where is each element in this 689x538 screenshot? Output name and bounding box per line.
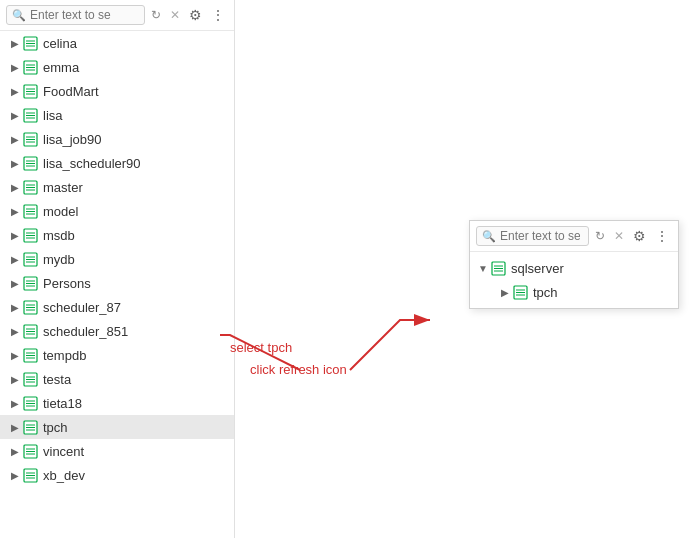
right-search-input[interactable] bbox=[500, 229, 580, 243]
left-item-db-icon bbox=[22, 35, 38, 51]
left-item-label: lisa_scheduler90 bbox=[43, 156, 141, 171]
left-item-chevron: ▶ bbox=[8, 110, 22, 121]
left-tree-item[interactable]: ▶ model bbox=[0, 199, 234, 223]
right-settings-button[interactable]: ⚙ bbox=[630, 226, 649, 246]
left-item-label: FoodMart bbox=[43, 84, 99, 99]
left-item-db-icon bbox=[22, 419, 38, 435]
left-item-chevron: ▶ bbox=[8, 206, 22, 217]
right-child-label: tpch bbox=[533, 285, 558, 300]
right-root-chevron: ▼ bbox=[476, 263, 490, 274]
right-search-input-wrap[interactable]: 🔍 bbox=[476, 226, 589, 246]
left-item-db-icon bbox=[22, 203, 38, 219]
left-panel: 🔍 ↻ ✕ ⚙ ⋮ ▶ celina ▶ bbox=[0, 0, 235, 538]
right-child-db-icon bbox=[512, 284, 528, 300]
left-tree-item[interactable]: ▶ master bbox=[0, 175, 234, 199]
left-item-label: emma bbox=[43, 60, 79, 75]
right-refresh-button[interactable]: ↻ bbox=[592, 227, 608, 245]
left-tree-item[interactable]: ▶ celina bbox=[0, 31, 234, 55]
left-tree-item[interactable]: ▶ testa bbox=[0, 367, 234, 391]
left-item-chevron: ▶ bbox=[8, 326, 22, 337]
left-item-label: lisa_job90 bbox=[43, 132, 102, 147]
left-item-db-icon bbox=[22, 299, 38, 315]
left-tree-item[interactable]: ▶ Persons bbox=[0, 271, 234, 295]
right-root-db-icon bbox=[490, 260, 506, 276]
left-item-label: xb_dev bbox=[43, 468, 85, 483]
right-tree: ▼ sqlserver ▶ t bbox=[470, 252, 678, 308]
left-item-label: tieta18 bbox=[43, 396, 82, 411]
left-item-label: celina bbox=[43, 36, 77, 51]
right-tree-child[interactable]: ▶ tpch bbox=[470, 280, 678, 304]
left-item-chevron: ▶ bbox=[8, 302, 22, 313]
left-item-chevron: ▶ bbox=[8, 230, 22, 241]
right-panel: 🔍 ↻ ✕ ⚙ ⋮ ▼ sqlserver ▶ bbox=[469, 220, 679, 309]
left-refresh-button[interactable]: ↻ bbox=[148, 6, 164, 24]
left-item-chevron: ▶ bbox=[8, 134, 22, 145]
left-item-db-icon bbox=[22, 131, 38, 147]
right-search-bar: 🔍 ↻ ✕ ⚙ ⋮ bbox=[470, 221, 678, 252]
left-item-db-icon bbox=[22, 347, 38, 363]
annotation-area: select tpch click refresh icon bbox=[220, 280, 480, 440]
left-tree-item[interactable]: ▶ FoodMart bbox=[0, 79, 234, 103]
left-item-chevron: ▶ bbox=[8, 374, 22, 385]
left-item-label: model bbox=[43, 204, 78, 219]
left-item-chevron: ▶ bbox=[8, 38, 22, 49]
left-tree-item[interactable]: ▶ tieta18 bbox=[0, 391, 234, 415]
left-item-chevron: ▶ bbox=[8, 422, 22, 433]
left-item-db-icon bbox=[22, 107, 38, 123]
left-item-db-icon bbox=[22, 83, 38, 99]
left-item-label: scheduler_87 bbox=[43, 300, 121, 315]
left-tree-item[interactable]: ▶ xb_dev bbox=[0, 463, 234, 487]
left-item-db-icon bbox=[22, 371, 38, 387]
left-tree-list: ▶ celina ▶ emma bbox=[0, 31, 234, 533]
left-item-label: master bbox=[43, 180, 83, 195]
left-tree-item[interactable]: ▶ vincent bbox=[0, 439, 234, 463]
left-item-chevron: ▶ bbox=[8, 398, 22, 409]
left-item-label: tpch bbox=[43, 420, 68, 435]
left-search-input[interactable] bbox=[30, 8, 130, 22]
left-tree-item[interactable]: ▶ lisa_job90 bbox=[0, 127, 234, 151]
left-tree-item[interactable]: ▶ mydb bbox=[0, 247, 234, 271]
left-item-chevron: ▶ bbox=[8, 446, 22, 457]
left-tree-item[interactable]: ▶ emma bbox=[0, 55, 234, 79]
left-tree-item[interactable]: ▶ scheduler_87 bbox=[0, 295, 234, 319]
left-item-label: vincent bbox=[43, 444, 84, 459]
right-tree-root[interactable]: ▼ sqlserver bbox=[470, 256, 678, 280]
left-item-chevron: ▶ bbox=[8, 470, 22, 481]
left-item-label: lisa bbox=[43, 108, 63, 123]
left-clear-button[interactable]: ✕ bbox=[167, 6, 183, 24]
left-tree-item[interactable]: ▶ lisa bbox=[0, 103, 234, 127]
left-settings-button[interactable]: ⚙ bbox=[186, 5, 205, 25]
right-more-button[interactable]: ⋮ bbox=[652, 226, 672, 246]
left-item-db-icon bbox=[22, 59, 38, 75]
left-item-db-icon bbox=[22, 155, 38, 171]
left-item-chevron: ▶ bbox=[8, 86, 22, 97]
left-more-button[interactable]: ⋮ bbox=[208, 5, 228, 25]
annotation-label-refresh: click refresh icon bbox=[250, 362, 347, 377]
left-item-db-icon bbox=[22, 443, 38, 459]
left-item-db-icon bbox=[22, 251, 38, 267]
left-tree-item[interactable]: ▶ msdb bbox=[0, 223, 234, 247]
left-item-label: testa bbox=[43, 372, 71, 387]
left-item-chevron: ▶ bbox=[8, 350, 22, 361]
left-item-label: mydb bbox=[43, 252, 75, 267]
right-search-icon: 🔍 bbox=[482, 230, 496, 243]
left-search-bar: 🔍 ↻ ✕ ⚙ ⋮ bbox=[0, 0, 234, 31]
annotation-label-select: select tpch bbox=[230, 340, 292, 355]
left-tree-item[interactable]: ▶ tpch bbox=[0, 415, 234, 439]
left-tree-item[interactable]: ▶ scheduler_851 bbox=[0, 319, 234, 343]
left-item-db-icon bbox=[22, 179, 38, 195]
left-item-db-icon bbox=[22, 467, 38, 483]
left-item-db-icon bbox=[22, 395, 38, 411]
left-item-label: msdb bbox=[43, 228, 75, 243]
left-item-label: tempdb bbox=[43, 348, 86, 363]
right-clear-button[interactable]: ✕ bbox=[611, 227, 627, 245]
left-item-label: Persons bbox=[43, 276, 91, 291]
left-search-input-wrap[interactable]: 🔍 bbox=[6, 5, 145, 25]
left-item-chevron: ▶ bbox=[8, 278, 22, 289]
left-item-chevron: ▶ bbox=[8, 182, 22, 193]
left-item-db-icon bbox=[22, 323, 38, 339]
left-tree-item[interactable]: ▶ lisa_scheduler90 bbox=[0, 151, 234, 175]
left-item-chevron: ▶ bbox=[8, 62, 22, 73]
left-item-label: scheduler_851 bbox=[43, 324, 128, 339]
left-tree-item[interactable]: ▶ tempdb bbox=[0, 343, 234, 367]
